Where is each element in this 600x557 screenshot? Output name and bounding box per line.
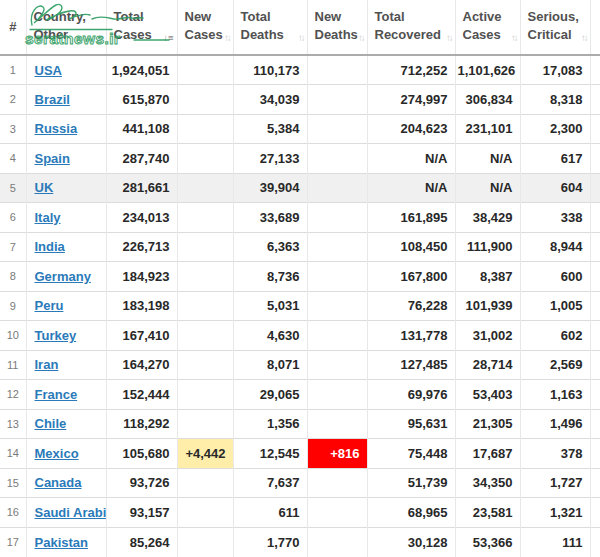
total-deaths-cell: 27,133 bbox=[233, 144, 307, 174]
new-deaths-cell: +816 bbox=[307, 439, 367, 469]
column-header-total-recovered[interactable]: Total Recovered bbox=[367, 0, 455, 55]
country-cell: Italy bbox=[26, 203, 106, 233]
total-deaths-cell: 33,689 bbox=[233, 203, 307, 233]
total-recovered-cell: 95,631 bbox=[367, 409, 455, 439]
country-link[interactable]: Canada bbox=[35, 475, 82, 490]
country-cell: Germany bbox=[26, 262, 106, 292]
country-link[interactable]: Turkey bbox=[35, 328, 77, 343]
country-cell: Chile bbox=[26, 409, 106, 439]
new-cases-cell bbox=[177, 380, 233, 410]
new-cases-cell bbox=[177, 409, 233, 439]
row-rank: 3 bbox=[0, 114, 26, 144]
column-header-active-cases[interactable]: Active Cases bbox=[455, 0, 520, 55]
country-link[interactable]: Iran bbox=[35, 357, 59, 372]
row-rank: 12 bbox=[0, 380, 26, 410]
total-recovered-cell: 712,252 bbox=[367, 55, 455, 85]
total-deaths-cell: 1,770 bbox=[233, 527, 307, 557]
clipped-cell bbox=[590, 321, 600, 351]
total-deaths-cell: 611 bbox=[233, 498, 307, 528]
country-cell: Spain bbox=[26, 144, 106, 174]
total-cases-cell: 118,292 bbox=[106, 409, 177, 439]
covid-stats-table: # Country, Other Total Cases New Cases T… bbox=[0, 0, 600, 557]
total-deaths-cell: 5,384 bbox=[233, 114, 307, 144]
country-link[interactable]: Russia bbox=[35, 121, 78, 136]
table-row: 1 USA 1,924,051 110,173 712,252 1,101,62… bbox=[0, 55, 600, 85]
new-cases-cell bbox=[177, 232, 233, 262]
table-row: 4 Spain 287,740 27,133 N/A N/A 617 bbox=[0, 144, 600, 174]
total-recovered-cell: 68,965 bbox=[367, 498, 455, 528]
sort-icon bbox=[446, 31, 452, 44]
total-deaths-cell: 4,630 bbox=[233, 321, 307, 351]
clipped-cell bbox=[590, 114, 600, 144]
country-cell: Canada bbox=[26, 468, 106, 498]
total-recovered-cell: 69,976 bbox=[367, 380, 455, 410]
row-rank: 14 bbox=[0, 439, 26, 469]
total-cases-header-label: Total Cases bbox=[114, 9, 152, 42]
country-link[interactable]: Germany bbox=[35, 269, 91, 284]
column-header-serious-critical[interactable]: Serious, Critical bbox=[520, 0, 590, 55]
row-rank: 15 bbox=[0, 468, 26, 498]
active-cases-cell: 34,350 bbox=[455, 468, 520, 498]
country-cell: Peru bbox=[26, 291, 106, 321]
sort-icon bbox=[298, 31, 304, 44]
column-header-total-deaths[interactable]: Total Deaths bbox=[233, 0, 307, 55]
active-cases-cell: 101,939 bbox=[455, 291, 520, 321]
clipped-column-header bbox=[590, 0, 600, 55]
country-link[interactable]: Brazil bbox=[35, 92, 70, 107]
row-rank: 13 bbox=[0, 409, 26, 439]
new-deaths-cell bbox=[307, 203, 367, 233]
country-link[interactable]: Spain bbox=[35, 151, 70, 166]
country-link[interactable]: France bbox=[35, 387, 78, 402]
total-deaths-cell: 8,071 bbox=[233, 350, 307, 380]
row-rank: 4 bbox=[0, 144, 26, 174]
table-row: 11 Iran 164,270 8,071 127,485 28,714 2,5… bbox=[0, 350, 600, 380]
column-header-new-deaths[interactable]: New Deaths bbox=[307, 0, 367, 55]
total-deaths-cell: 29,065 bbox=[233, 380, 307, 410]
total-cases-cell: 85,264 bbox=[106, 527, 177, 557]
clipped-cell bbox=[590, 144, 600, 174]
total-deaths-cell: 6,363 bbox=[233, 232, 307, 262]
country-link[interactable]: Italy bbox=[35, 210, 61, 225]
row-rank: 5 bbox=[0, 173, 26, 203]
country-header-label: Country, Other bbox=[34, 9, 86, 42]
country-link[interactable]: Pakistan bbox=[35, 535, 88, 550]
country-link[interactable]: Chile bbox=[35, 416, 67, 431]
new-deaths-cell bbox=[307, 291, 367, 321]
clipped-cell bbox=[590, 527, 600, 557]
serious-critical-cell: 8,944 bbox=[520, 232, 590, 262]
country-link[interactable]: India bbox=[35, 239, 65, 254]
total-deaths-cell: 8,736 bbox=[233, 262, 307, 292]
total-deaths-cell: 7,637 bbox=[233, 468, 307, 498]
total-recovered-cell: 108,450 bbox=[367, 232, 455, 262]
country-cell: Pakistan bbox=[26, 527, 106, 557]
column-header-rank: # bbox=[0, 0, 26, 55]
total-recovered-cell: 204,623 bbox=[367, 114, 455, 144]
country-cell: Saudi Arabia bbox=[26, 498, 106, 528]
rank-header-label: # bbox=[9, 19, 16, 34]
country-cell: Russia bbox=[26, 114, 106, 144]
country-cell: Mexico bbox=[26, 439, 106, 469]
new-cases-cell bbox=[177, 85, 233, 115]
total-cases-cell: 164,270 bbox=[106, 350, 177, 380]
column-header-total-cases[interactable]: Total Cases bbox=[106, 0, 177, 55]
active-cases-cell: 31,002 bbox=[455, 321, 520, 351]
country-link[interactable]: Saudi Arabia bbox=[35, 505, 107, 520]
serious-critical-cell: 1,005 bbox=[520, 291, 590, 321]
country-link[interactable]: Peru bbox=[35, 298, 64, 313]
clipped-cell bbox=[590, 262, 600, 292]
table-row: 16 Saudi Arabia 93,157 611 68,965 23,581… bbox=[0, 498, 600, 528]
total-recovered-cell: N/A bbox=[367, 144, 455, 174]
new-cases-cell bbox=[177, 468, 233, 498]
country-link[interactable]: USA bbox=[35, 63, 62, 78]
country-link[interactable]: UK bbox=[35, 180, 54, 195]
new-deaths-cell bbox=[307, 173, 367, 203]
row-rank: 17 bbox=[0, 527, 26, 557]
column-header-new-cases[interactable]: New Cases bbox=[177, 0, 233, 55]
country-link[interactable]: Mexico bbox=[35, 446, 79, 461]
total-recovered-header-label: Total Recovered bbox=[375, 9, 441, 42]
sort-icon bbox=[581, 31, 587, 44]
column-header-country[interactable]: Country, Other bbox=[26, 0, 106, 55]
total-deaths-cell: 39,904 bbox=[233, 173, 307, 203]
serious-critical-cell: 1,496 bbox=[520, 409, 590, 439]
total-deaths-cell: 110,173 bbox=[233, 55, 307, 85]
